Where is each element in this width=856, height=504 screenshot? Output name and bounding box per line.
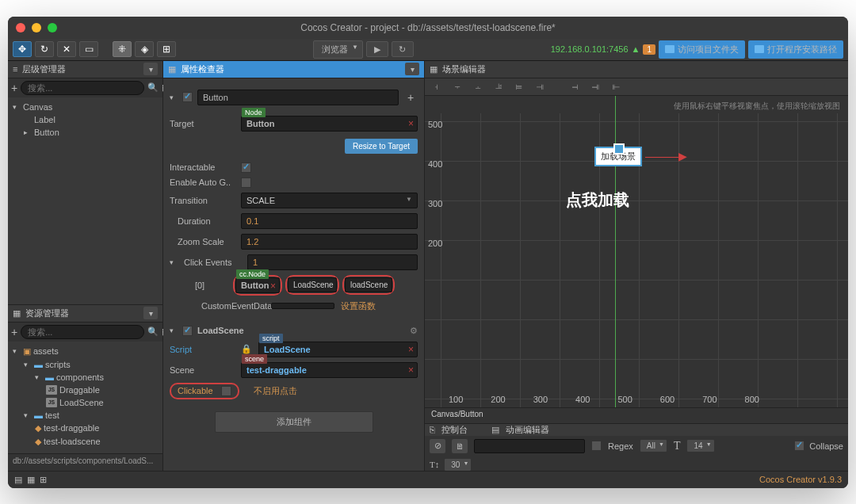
log-level-select[interactable]: All — [640, 439, 667, 452]
visit-folder-button[interactable]: 访问项目文件夹 — [659, 40, 745, 59]
clickable-checkbox[interactable] — [221, 386, 231, 396]
rotate-tool[interactable]: ↻ — [35, 41, 54, 57]
enable-auto-checkbox[interactable] — [241, 178, 251, 188]
regex-checkbox[interactable] — [591, 441, 602, 451]
console-body: ⊘ 🗎 Regex All T 14 Collapse — [425, 436, 848, 456]
resize-button[interactable]: Resize to Target — [345, 139, 418, 154]
duration-label: Duration — [170, 216, 235, 226]
console-tab[interactable]: 控制台 — [441, 424, 468, 436]
target-field[interactable]: Node Button × — [241, 116, 418, 132]
console-filter-input[interactable] — [474, 439, 585, 453]
add-node-button[interactable]: + — [11, 81, 17, 95]
scene-label-node[interactable]: 点我加载 — [566, 189, 629, 211]
rect-tool[interactable]: ▭ — [79, 41, 98, 57]
tree-item-label[interactable]: Label — [8, 113, 162, 126]
clickable-label: Clickable — [178, 386, 213, 395]
scene-field[interactable]: scene test-draggable × — [241, 362, 418, 378]
distribute-icon[interactable]: ⫦ — [609, 80, 623, 93]
asset-folder-components[interactable]: ▾▬components — [8, 371, 162, 384]
zoom-input[interactable]: 1.2 — [241, 234, 418, 250]
transform-gizmo[interactable] — [613, 143, 625, 155]
play-button[interactable]: ▶ — [366, 41, 388, 57]
button-enabled-checkbox[interactable] — [182, 92, 193, 102]
notification-badge[interactable]: 1 — [643, 44, 655, 55]
asset-folder-test[interactable]: ▾▬test — [8, 409, 162, 422]
open-log-button[interactable]: 🗎 — [452, 439, 468, 453]
reload-button[interactable]: ↻ — [392, 41, 414, 57]
clear-icon[interactable]: × — [408, 365, 414, 376]
inspector-body: ▾ Button + Target Node Button × Resize t… — [163, 78, 424, 471]
hierarchy-header: ≡ 层级管理器 ▾ — [8, 61, 162, 78]
add-asset-button[interactable]: + — [11, 325, 17, 339]
event-component-select[interactable]: LoadScene — [288, 277, 337, 292]
clear-icon[interactable]: × — [408, 118, 414, 129]
pivot-tool[interactable]: ◈ — [135, 41, 154, 57]
font-size-select[interactable]: 14 — [686, 439, 714, 452]
fire-icon: ◆ — [35, 423, 41, 433]
hierarchy-search-row: + 🔍 ▤ — [8, 78, 162, 97]
loadscene-enabled-checkbox[interactable] — [182, 326, 193, 336]
search-icon[interactable]: 🔍 — [147, 82, 159, 93]
align-center-v-icon[interactable]: ⫢ — [512, 80, 526, 93]
content-area: ≡ 层级管理器 ▾ + 🔍 ▤ ▾Canvas Label ▸Button ▦ … — [8, 61, 848, 471]
script-field[interactable]: script LoadScene × — [258, 342, 418, 357]
asset-draggable[interactable]: JSDraggable — [8, 384, 162, 396]
inspector-title: 属性检查器 — [181, 63, 224, 75]
status-icon3[interactable]: ⊞ — [40, 475, 47, 485]
align-bottom-icon[interactable]: ⫣ — [533, 80, 547, 93]
custom-data-input[interactable] — [271, 303, 334, 309]
asset-loadscene[interactable]: JSLoadScene — [8, 396, 162, 409]
align-left-icon[interactable]: ⫞ — [430, 80, 444, 93]
inspector-column: ▦ 属性检查器 ▾ ▾ Button + Target Node Button — [163, 61, 425, 471]
asset-test-loadscene[interactable]: ◆test-loadscene — [8, 435, 162, 449]
preview-platform-select[interactable]: 浏览器 — [313, 40, 363, 59]
tree-item-button[interactable]: ▸Button — [8, 126, 162, 139]
event-node-field[interactable]: cc.Node Button× — [235, 277, 280, 293]
assets-search-row: + 🔍 ▤ — [8, 323, 162, 342]
line-height-select[interactable]: 30 — [444, 458, 472, 471]
asset-folder-scripts[interactable]: ▾▬scripts — [8, 358, 162, 371]
gizmo-arrow-icon[interactable]: ———▶ — [645, 150, 687, 162]
collapse-label: Collapse — [809, 441, 843, 451]
transition-select[interactable]: SCALE — [241, 193, 418, 208]
interactable-checkbox[interactable] — [241, 162, 251, 173]
align-right-icon[interactable]: ⫠ — [471, 80, 485, 93]
statusbar: ▤ ▦ ⊞ Cocos Creator v1.9.3 — [8, 471, 848, 488]
panel-menu-icon[interactable]: ▾ — [405, 63, 419, 75]
scene-view[interactable]: 使用鼠标右键平移视窗焦点，使用滚轮缩放视图 500 400 300 200 10… — [425, 96, 848, 407]
asset-root[interactable]: ▾▣assets — [8, 345, 162, 358]
preview-label: 浏览器 — [322, 44, 348, 54]
anchor-tool[interactable]: ⁜ — [113, 41, 132, 57]
move-tool[interactable]: ✥ — [13, 41, 32, 57]
clear-icon[interactable]: × — [408, 344, 414, 355]
align-center-h-icon[interactable]: ⫟ — [450, 80, 464, 93]
clear-console-button[interactable]: ⊘ — [430, 439, 445, 453]
open-installer-button[interactable]: 打开程序安装路径 — [748, 40, 843, 59]
distribute-h-icon[interactable]: ⫤ — [567, 80, 582, 93]
panel-menu-icon[interactable]: ▾ — [143, 63, 158, 75]
animation-tab[interactable]: 动画编辑器 — [506, 424, 549, 436]
clear-icon[interactable]: × — [270, 281, 276, 292]
gear-icon[interactable]: ⚙ — [410, 326, 418, 336]
event-handler-select[interactable]: loadScene — [345, 277, 392, 292]
search-icon[interactable]: 🔍 — [147, 326, 159, 337]
hierarchy-search-input[interactable] — [21, 81, 144, 95]
status-icon[interactable]: ▤ — [14, 475, 22, 485]
duration-input[interactable]: 0.1 — [241, 213, 418, 229]
tree-item-canvas[interactable]: ▾Canvas — [8, 101, 162, 113]
button-name-field[interactable]: Button — [197, 90, 399, 105]
scene-tag: scene — [242, 354, 267, 364]
align-top-icon[interactable]: ⫡ — [491, 80, 506, 93]
scale-tool[interactable]: ✕ — [57, 41, 76, 57]
asset-test-draggable[interactable]: ◆test-draggable — [8, 422, 162, 435]
assets-search-input[interactable] — [21, 325, 144, 339]
local-tool[interactable]: ⊞ — [157, 41, 176, 57]
panel-menu-icon[interactable]: ▾ — [143, 307, 158, 319]
loadscene-component-header: ▾ LoadScene ⚙ — [170, 323, 418, 339]
add-component-button[interactable]: 添加组件 — [215, 411, 373, 433]
status-icon2[interactable]: ▦ — [27, 475, 35, 485]
add-button[interactable]: + — [403, 90, 418, 105]
collapse-checkbox[interactable] — [794, 441, 804, 451]
click-events-count[interactable]: 1 — [247, 254, 418, 270]
distribute-v-icon[interactable]: ⫥ — [588, 80, 602, 93]
